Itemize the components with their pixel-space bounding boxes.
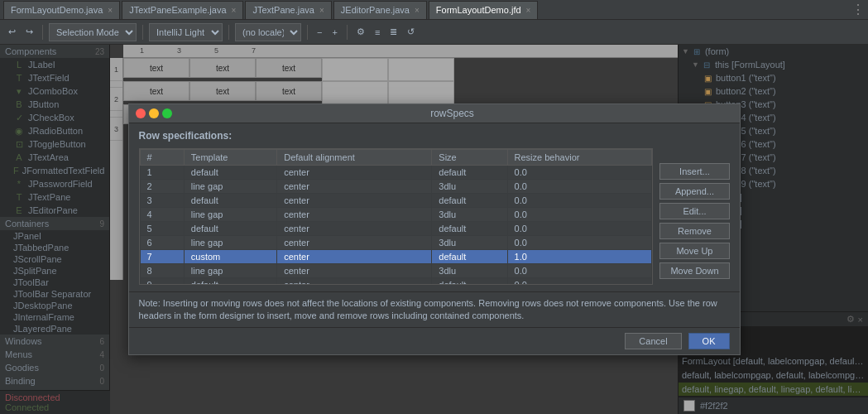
spec-table: # Template Default alignment Size Resize… <box>140 149 653 285</box>
table-cell-resize: 0.0 <box>507 179 652 193</box>
refresh-icon[interactable]: ↺ <box>404 25 418 39</box>
dialog-content: Row specifications: # Template Default a… <box>129 123 740 291</box>
table-cell-size: 3dlu <box>432 179 507 193</box>
table-cell-size: default <box>432 165 507 179</box>
tab-label: FormLayoutDemo.jfd <box>436 5 521 15</box>
table-cell-num: 7 <box>140 249 184 263</box>
tab-label: JEditorPane.java <box>341 5 410 15</box>
more-tabs-icon[interactable]: ⋮ <box>851 2 865 17</box>
table-row[interactable]: 7customcenterdefault1.0 <box>140 249 652 263</box>
mode-select[interactable]: Selection Mode <box>49 23 137 41</box>
ok-button[interactable]: OK <box>688 333 730 349</box>
table-cell-template: default <box>184 165 276 179</box>
align-right-icon[interactable]: ≣ <box>386 25 400 39</box>
dialog-overlay: rowSpecs Row specifications: # Template <box>0 45 868 414</box>
move-down-button[interactable]: Move Down <box>659 262 729 279</box>
settings-icon[interactable]: ⚙ <box>353 25 368 39</box>
close-traffic-light[interactable] <box>136 108 146 118</box>
tab-label: JTextPane.java <box>252 5 314 15</box>
table-row[interactable]: 6line gapcenter3dlu0.0 <box>140 235 652 249</box>
table-cell-resize: 0.0 <box>507 277 652 285</box>
table-row[interactable]: 1defaultcenterdefault0.0 <box>140 165 652 179</box>
table-cell-alignment: center <box>277 235 432 249</box>
toolbar-separator <box>42 25 43 40</box>
minimize-traffic-light[interactable] <box>149 108 159 118</box>
table-cell-size: default <box>432 193 507 207</box>
table-row[interactable]: 4line gapcenter3dlu0.0 <box>140 207 652 221</box>
toolbar-separator-5 <box>347 25 348 40</box>
table-cell-alignment: center <box>277 193 432 207</box>
tab-close-icon[interactable]: × <box>108 6 113 15</box>
table-cell-num: 3 <box>140 193 184 207</box>
remove-button[interactable]: Remove <box>659 223 729 239</box>
tab-formlayoutdemo-jfd[interactable]: FormLayoutDemo.jfd × <box>429 1 539 19</box>
col-alignment: Default alignment <box>277 149 432 165</box>
table-cell-resize: 0.0 <box>507 193 652 207</box>
tab-jtextpane[interactable]: JTextPane.java × <box>245 1 331 19</box>
locale-select[interactable]: (no locale) <box>235 23 301 41</box>
table-cell-resize: 0.0 <box>507 221 652 235</box>
main-toolbar: ↩ ↪ Selection Mode IntelliJ Light (no lo… <box>0 20 868 45</box>
tab-close-icon[interactable]: × <box>415 6 420 15</box>
table-cell-num: 5 <box>140 221 184 235</box>
toolbar-separator-2 <box>142 25 143 40</box>
tab-label: JTextPaneExample.java <box>129 5 226 15</box>
append-button[interactable]: Append... <box>659 183 729 200</box>
dialog-buttons: Insert... Append... Edit... Remove Move … <box>659 148 729 285</box>
table-cell-size: 3dlu <box>432 235 507 249</box>
redo-button[interactable]: ↪ <box>22 25 36 39</box>
spec-table-container[interactable]: # Template Default alignment Size Resize… <box>139 148 654 285</box>
maximize-traffic-light[interactable] <box>162 108 172 118</box>
undo-button[interactable]: ↩ <box>5 25 19 39</box>
dialog-footer: Cancel OK <box>129 327 740 354</box>
dialog-titlebar: rowSpecs <box>129 104 740 123</box>
edit-button[interactable]: Edit... <box>659 203 729 219</box>
insert-button[interactable]: Insert... <box>659 163 729 180</box>
font-select[interactable]: IntelliJ Light <box>149 23 223 41</box>
table-cell-num: 8 <box>140 263 184 277</box>
table-row[interactable]: 2line gapcenter3dlu0.0 <box>140 179 652 193</box>
toolbar-separator-3 <box>228 25 229 40</box>
table-row[interactable]: 9defaultcenterdefault0.0 <box>140 277 652 285</box>
dialog-note: Note: Inserting or moving rows does not … <box>129 291 740 328</box>
rowspecs-dialog: rowSpecs Row specifications: # Template <box>128 104 741 356</box>
dialog-title: rowSpecs <box>172 108 733 119</box>
align-left-icon[interactable]: ≡ <box>372 26 383 39</box>
tab-jtextpane-example[interactable]: JTextPaneExample.java × <box>122 1 243 19</box>
table-cell-template: line gap <box>184 207 276 221</box>
move-up-button[interactable]: Move Up <box>659 243 729 259</box>
table-cell-alignment: center <box>277 221 432 235</box>
tab-formlayoutdemo[interactable]: FormLayoutDemo.java × <box>3 1 120 19</box>
table-cell-resize: 0.0 <box>507 235 652 249</box>
table-cell-num: 4 <box>140 207 184 221</box>
table-cell-size: default <box>432 221 507 235</box>
table-cell-num: 2 <box>140 179 184 193</box>
tab-label: FormLayoutDemo.java <box>11 5 103 15</box>
table-cell-resize: 0.0 <box>507 207 652 221</box>
table-cell-template: default <box>184 221 276 235</box>
zoom-in-button[interactable]: + <box>328 26 340 39</box>
table-cell-alignment: center <box>277 277 432 285</box>
tab-close-icon[interactable]: × <box>232 6 237 15</box>
table-row[interactable]: 5defaultcenterdefault0.0 <box>140 221 652 235</box>
table-cell-template: custom <box>184 249 276 263</box>
table-cell-num: 9 <box>140 277 184 285</box>
table-cell-num: 6 <box>140 235 184 249</box>
col-num: # <box>140 149 184 165</box>
zoom-out-button[interactable]: − <box>314 26 325 39</box>
cancel-button[interactable]: Cancel <box>625 333 681 349</box>
table-cell-resize: 0.0 <box>507 165 652 179</box>
tab-close-icon[interactable]: × <box>526 6 531 15</box>
table-cell-num: 1 <box>140 165 184 179</box>
table-row[interactable]: 3defaultcenterdefault0.0 <box>140 193 652 207</box>
table-cell-resize: 0.0 <box>507 263 652 277</box>
tab-close-icon[interactable]: × <box>319 6 324 15</box>
table-row[interactable]: 8line gapcenter3dlu0.0 <box>140 263 652 277</box>
col-template: Template <box>184 149 276 165</box>
table-cell-alignment: center <box>277 179 432 193</box>
table-cell-alignment: center <box>277 165 432 179</box>
col-size: Size <box>432 149 507 165</box>
tab-jeditorpane[interactable]: JEditorPane.java × <box>333 1 427 19</box>
table-cell-alignment: center <box>277 249 432 263</box>
dialog-main: # Template Default alignment Size Resize… <box>139 148 654 285</box>
